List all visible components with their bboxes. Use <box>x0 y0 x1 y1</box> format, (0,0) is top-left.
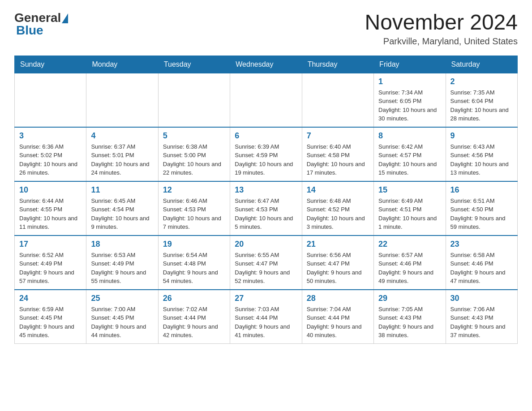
table-row: 11Sunrise: 6:45 AMSunset: 4:54 PMDayligh… <box>86 181 158 235</box>
table-row: 3Sunrise: 6:36 AMSunset: 5:02 PMDaylight… <box>15 127 86 181</box>
day-info: Sunrise: 6:44 AMSunset: 4:55 PMDaylight:… <box>19 197 82 231</box>
table-row: 13Sunrise: 6:47 AMSunset: 4:53 PMDayligh… <box>230 181 302 235</box>
day-info: Sunrise: 6:47 AMSunset: 4:53 PMDaylight:… <box>235 197 297 231</box>
table-row: 18Sunrise: 6:53 AMSunset: 4:49 PMDayligh… <box>86 235 158 290</box>
day-info: Sunrise: 6:40 AMSunset: 4:58 PMDaylight:… <box>307 142 369 177</box>
day-number: 9 <box>450 131 513 141</box>
table-row: 24Sunrise: 6:59 AMSunset: 4:45 PMDayligh… <box>15 290 86 344</box>
table-row: 19Sunrise: 6:54 AMSunset: 4:48 PMDayligh… <box>158 235 230 290</box>
table-row <box>158 73 230 127</box>
day-info: Sunrise: 6:38 AMSunset: 5:00 PMDaylight:… <box>163 142 225 177</box>
day-number: 15 <box>378 185 441 195</box>
day-number: 4 <box>91 131 153 141</box>
day-number: 10 <box>19 185 82 195</box>
table-row: 6Sunrise: 6:39 AMSunset: 4:59 PMDaylight… <box>230 127 302 181</box>
calendar-week-row: 10Sunrise: 6:44 AMSunset: 4:55 PMDayligh… <box>15 181 518 235</box>
day-number: 12 <box>163 185 225 195</box>
table-row: 14Sunrise: 6:48 AMSunset: 4:52 PMDayligh… <box>302 181 373 235</box>
logo-blue-text: Blue <box>16 23 68 38</box>
day-info: Sunrise: 6:42 AMSunset: 4:57 PMDaylight:… <box>378 142 441 177</box>
day-info: Sunrise: 6:46 AMSunset: 4:53 PMDaylight:… <box>163 197 225 231</box>
col-wednesday: Wednesday <box>230 56 302 73</box>
calendar-table: Sunday Monday Tuesday Wednesday Thursday… <box>14 56 518 344</box>
day-number: 29 <box>378 294 441 303</box>
table-row: 30Sunrise: 7:06 AMSunset: 4:43 PMDayligh… <box>446 290 517 344</box>
table-row: 29Sunrise: 7:05 AMSunset: 4:43 PMDayligh… <box>374 290 446 344</box>
day-number: 8 <box>378 131 441 141</box>
table-row: 22Sunrise: 6:57 AMSunset: 4:46 PMDayligh… <box>374 235 446 290</box>
day-info: Sunrise: 7:04 AMSunset: 4:44 PMDaylight:… <box>307 305 369 340</box>
logo: General Blue <box>14 11 68 38</box>
day-number: 26 <box>163 294 225 303</box>
day-number: 5 <box>163 131 225 141</box>
col-saturday: Saturday <box>446 56 517 73</box>
day-number: 23 <box>450 240 513 249</box>
day-number: 6 <box>235 131 297 141</box>
day-number: 7 <box>307 131 369 141</box>
table-row: 1Sunrise: 7:34 AMSunset: 6:05 PMDaylight… <box>374 73 446 127</box>
day-info: Sunrise: 6:51 AMSunset: 4:50 PMDaylight:… <box>450 197 513 231</box>
day-number: 16 <box>450 185 513 195</box>
day-number: 19 <box>163 240 225 249</box>
table-row <box>230 73 302 127</box>
day-number: 11 <box>91 185 153 195</box>
table-row: 9Sunrise: 6:43 AMSunset: 4:56 PMDaylight… <box>446 127 517 181</box>
calendar-header-row: Sunday Monday Tuesday Wednesday Thursday… <box>15 56 518 73</box>
table-row: 7Sunrise: 6:40 AMSunset: 4:58 PMDaylight… <box>302 127 373 181</box>
day-info: Sunrise: 6:57 AMSunset: 4:46 PMDaylight:… <box>378 251 441 286</box>
day-info: Sunrise: 6:59 AMSunset: 4:45 PMDaylight:… <box>19 305 82 340</box>
table-row: 2Sunrise: 7:35 AMSunset: 6:04 PMDaylight… <box>446 73 517 127</box>
table-row: 26Sunrise: 7:02 AMSunset: 4:44 PMDayligh… <box>158 290 230 344</box>
col-thursday: Thursday <box>302 56 373 73</box>
table-row: 16Sunrise: 6:51 AMSunset: 4:50 PMDayligh… <box>446 181 517 235</box>
day-info: Sunrise: 7:35 AMSunset: 6:04 PMDaylight:… <box>450 88 513 123</box>
day-number: 25 <box>91 294 153 303</box>
day-number: 28 <box>307 294 369 303</box>
day-info: Sunrise: 6:55 AMSunset: 4:47 PMDaylight:… <box>235 251 297 286</box>
day-info: Sunrise: 7:00 AMSunset: 4:45 PMDaylight:… <box>91 305 153 340</box>
table-row: 8Sunrise: 6:42 AMSunset: 4:57 PMDaylight… <box>374 127 446 181</box>
table-row <box>86 73 158 127</box>
table-row: 15Sunrise: 6:49 AMSunset: 4:51 PMDayligh… <box>374 181 446 235</box>
logo-general-text: General <box>14 11 61 25</box>
table-row <box>15 73 86 127</box>
table-row: 4Sunrise: 6:37 AMSunset: 5:01 PMDaylight… <box>86 127 158 181</box>
day-number: 24 <box>19 294 82 303</box>
day-info: Sunrise: 7:05 AMSunset: 4:43 PMDaylight:… <box>378 305 441 340</box>
day-info: Sunrise: 6:56 AMSunset: 4:47 PMDaylight:… <box>307 251 369 286</box>
day-number: 20 <box>235 240 297 249</box>
day-number: 27 <box>235 294 297 303</box>
table-row: 5Sunrise: 6:38 AMSunset: 5:00 PMDaylight… <box>158 127 230 181</box>
logo-triangle-icon <box>62 13 68 23</box>
table-row: 27Sunrise: 7:03 AMSunset: 4:44 PMDayligh… <box>230 290 302 344</box>
location-subtitle: Parkville, Maryland, United States <box>365 36 518 47</box>
table-row: 20Sunrise: 6:55 AMSunset: 4:47 PMDayligh… <box>230 235 302 290</box>
day-info: Sunrise: 7:02 AMSunset: 4:44 PMDaylight:… <box>163 305 225 340</box>
day-number: 13 <box>235 185 297 195</box>
day-info: Sunrise: 6:48 AMSunset: 4:52 PMDaylight:… <box>307 197 369 231</box>
month-title: November 2024 <box>365 11 518 34</box>
day-number: 22 <box>378 240 441 249</box>
day-info: Sunrise: 6:37 AMSunset: 5:01 PMDaylight:… <box>91 142 153 177</box>
calendar-week-row: 3Sunrise: 6:36 AMSunset: 5:02 PMDaylight… <box>15 127 518 181</box>
day-info: Sunrise: 6:58 AMSunset: 4:46 PMDaylight:… <box>450 251 513 286</box>
day-number: 21 <box>307 240 369 249</box>
col-monday: Monday <box>86 56 158 73</box>
calendar-week-row: 1Sunrise: 7:34 AMSunset: 6:05 PMDaylight… <box>15 73 518 127</box>
col-friday: Friday <box>374 56 446 73</box>
page-header: General Blue November 2024 Parkville, Ma… <box>14 11 518 47</box>
day-info: Sunrise: 7:34 AMSunset: 6:05 PMDaylight:… <box>378 88 441 123</box>
day-info: Sunrise: 6:49 AMSunset: 4:51 PMDaylight:… <box>378 197 441 231</box>
col-sunday: Sunday <box>15 56 86 73</box>
calendar-week-row: 24Sunrise: 6:59 AMSunset: 4:45 PMDayligh… <box>15 290 518 344</box>
table-row: 23Sunrise: 6:58 AMSunset: 4:46 PMDayligh… <box>446 235 517 290</box>
table-row: 17Sunrise: 6:52 AMSunset: 4:49 PMDayligh… <box>15 235 86 290</box>
table-row: 28Sunrise: 7:04 AMSunset: 4:44 PMDayligh… <box>302 290 373 344</box>
day-number: 14 <box>307 185 369 195</box>
day-info: Sunrise: 6:43 AMSunset: 4:56 PMDaylight:… <box>450 142 513 177</box>
calendar-week-row: 17Sunrise: 6:52 AMSunset: 4:49 PMDayligh… <box>15 235 518 290</box>
day-info: Sunrise: 6:39 AMSunset: 4:59 PMDaylight:… <box>235 142 297 177</box>
day-number: 18 <box>91 240 153 249</box>
day-number: 3 <box>19 131 82 141</box>
day-info: Sunrise: 6:36 AMSunset: 5:02 PMDaylight:… <box>19 142 82 177</box>
